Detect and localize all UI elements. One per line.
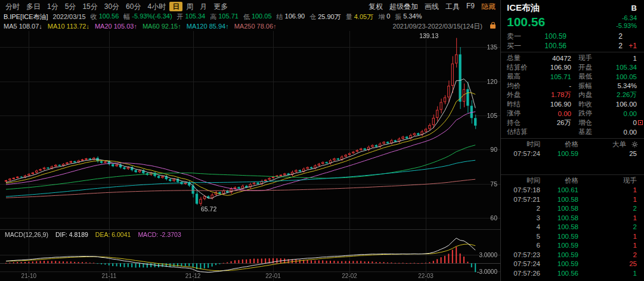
stat-label: 增仓: [578, 118, 600, 127]
ohlc-field: 量4.05万: [346, 13, 373, 21]
ma-values: MA5 108.07↓MA10 113.72↓MA20 105.03↑MA60 …: [4, 23, 277, 30]
period-tab-更多[interactable]: 更多: [210, 2, 231, 11]
stat-value: 0.00: [600, 110, 637, 117]
stat-row: 外盘1.78万内盘2.26万: [501, 90, 644, 100]
period-tab-月[interactable]: 月: [197, 2, 210, 11]
macd-params: MACD(12,26,9): [5, 231, 48, 238]
tool-工具[interactable]: 工具: [445, 2, 460, 12]
ma-row: MA5 108.07↓MA10 113.72↓MA20 105.03↑MA60 …: [0, 21, 500, 31]
price-axis-label: 90: [473, 146, 497, 153]
trading-app: 分时多日1分5分15分30分60分4小时日周月更多 复权超级叠加画线工具F9隐藏…: [0, 0, 644, 281]
time-axis-label: 21-11: [98, 273, 120, 279]
change-percent: -5.93%: [616, 22, 637, 30]
price-annotation: 65.72: [201, 205, 216, 213]
change-value: -6.34: [616, 14, 637, 22]
stat-row: 估结算基差0.00: [501, 127, 644, 137]
stat-row: 昨结106.90昨收106.00: [501, 100, 644, 110]
period-tab-分时[interactable]: 分时: [2, 2, 23, 11]
stat-label: 振幅: [578, 82, 600, 90]
price-change: -6.34 -5.93%: [616, 14, 637, 30]
trade-date: 2022/03/15: [53, 13, 86, 20]
period-tab-30分[interactable]: 30分: [101, 2, 122, 11]
ma-item: MA5 108.07↓: [4, 23, 42, 30]
tick-time: 07:57:18: [507, 186, 540, 193]
period-tab-多日[interactable]: 多日: [23, 2, 44, 11]
tick-lots: 1: [578, 270, 637, 277]
stat-label: 现手: [578, 54, 600, 63]
tick-lots: 25: [578, 260, 637, 267]
tick-lots: 25: [578, 150, 637, 157]
field-value: 105.34: [185, 13, 206, 21]
period-tab-1分[interactable]: 1分: [44, 2, 61, 11]
ohlc-field: 开105.34: [177, 13, 206, 21]
price-axis-label: 75: [473, 180, 497, 188]
hide-panel-button[interactable]: 隐藏: [481, 2, 496, 12]
tool-画线[interactable]: 画线: [425, 2, 439, 12]
tick-time: 07:57:23: [507, 251, 540, 258]
field-label: 收: [91, 13, 97, 21]
stat-row: 总量40472现手1: [501, 54, 644, 63]
lock-icon[interactable]: [490, 24, 496, 29]
field-label: 增: [378, 13, 385, 21]
tick-lots: 1: [578, 186, 637, 193]
tick-lots: 1: [578, 196, 637, 203]
tick-price: 100.56: [540, 270, 578, 277]
ohlc-field: 振5.34%: [395, 13, 422, 21]
period-tab-5分[interactable]: 5分: [62, 2, 79, 11]
time-axis-label: 22-03: [415, 273, 436, 279]
quote-delta: +1: [623, 42, 637, 50]
field-label: 量: [346, 13, 352, 21]
tool-复权[interactable]: 复权: [369, 2, 383, 12]
stat-value: 106.90: [534, 101, 571, 108]
price-chart-canvas[interactable]: [0, 31, 501, 229]
field-label: 开: [177, 13, 184, 21]
stat-label: 持仓: [507, 118, 534, 127]
tick-time: 6: [507, 242, 540, 249]
tick-list[interactable]: 07:57:18100.61107:57:21100.5812100.58231…: [501, 186, 644, 281]
stat-value: 0.00: [534, 110, 571, 117]
field-label: 仓: [309, 13, 316, 21]
field-label: 幅: [123, 13, 130, 21]
stat-value: 1.78万: [534, 90, 571, 99]
stat-row: 涨停0.00跌停0.00: [501, 109, 644, 118]
tick-row: 6100.591: [501, 241, 644, 251]
tick-lots: 1: [578, 233, 637, 240]
stat-label: 结算价: [507, 63, 534, 72]
macd-dea-value: DEA: 6.0041: [95, 231, 131, 238]
tick-lots: 2: [578, 223, 637, 230]
ohlc-field: 收100.56: [91, 13, 119, 21]
tick-time: 3: [507, 214, 540, 221]
stat-value: 0: [600, 119, 637, 126]
period-tabs: 分时多日1分5分15分30分60分4小时日周月更多: [2, 2, 231, 11]
period-tab-15分[interactable]: 15分: [79, 2, 100, 11]
tool-超级叠加[interactable]: 超级叠加: [389, 2, 418, 12]
ohlc-fields: 收100.56幅-5.93%(-6.34)开105.34高105.71低100.…: [91, 13, 422, 21]
stat-value: 106.90: [534, 64, 571, 71]
period-tab-周[interactable]: 周: [183, 2, 196, 11]
bid-ask-rows: 卖一100.592买一100.562+1: [501, 32, 644, 51]
settings-gear-icon[interactable]: [631, 141, 638, 148]
ohlc-field: 幅-5.93%(-6.34): [123, 13, 172, 21]
tick-price: 100.58: [540, 214, 578, 221]
time-axis-label: 22-01: [262, 273, 284, 279]
tick-time: 07:57:21: [507, 196, 540, 203]
tick-price: 100.58: [540, 223, 578, 230]
tick-price: 100.59: [540, 251, 578, 258]
period-tab-4小时[interactable]: 4小时: [144, 2, 169, 11]
ohlc-field: 增0: [378, 13, 390, 21]
tick-price: 100.59: [540, 150, 578, 157]
tick-price: 100.61: [540, 186, 578, 193]
price-axis-label: 120: [473, 78, 497, 85]
period-tab-60分[interactable]: 60分: [123, 2, 144, 11]
tick-time: 5: [507, 233, 540, 240]
macd-macd-value: MACD: -2.3703: [138, 231, 181, 238]
field-label: 低: [243, 13, 250, 21]
col-price: 价格: [540, 176, 578, 185]
field-value: 100.56: [99, 13, 119, 21]
chart-area: 分时多日1分5分15分30分60分4小时日周月更多 复权超级叠加画线工具F9隐藏…: [0, 0, 501, 281]
period-tab-日[interactable]: 日: [169, 2, 182, 11]
mini-chart-icon[interactable]: [638, 120, 643, 125]
tick-row: 2100.582: [501, 204, 644, 214]
ask-row: 卖一100.592: [501, 32, 644, 41]
tool-F9[interactable]: F9: [466, 2, 475, 12]
